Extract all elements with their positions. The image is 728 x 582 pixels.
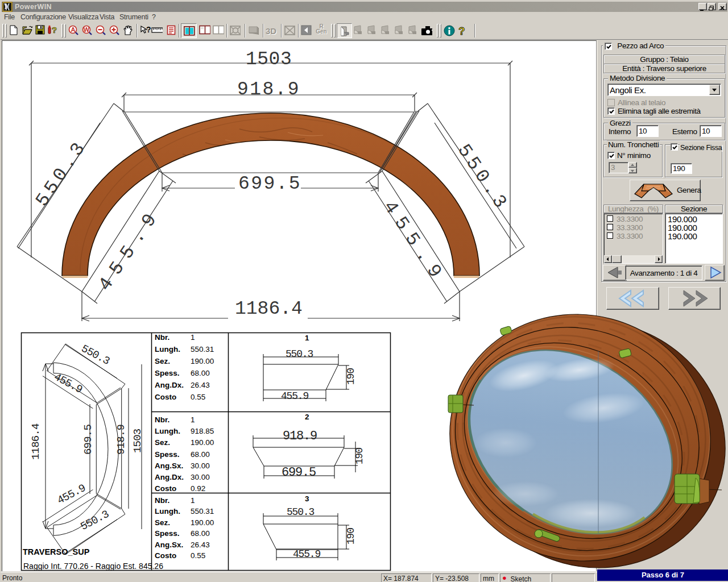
svg-text:26.43: 26.43 xyxy=(191,541,210,549)
svg-text:Ang.Sx.: Ang.Sx. xyxy=(155,541,183,549)
svg-text:68.00: 68.00 xyxy=(191,450,210,459)
svg-text:Lungh.: Lungh. xyxy=(155,427,180,435)
svg-text:550.31: 550.31 xyxy=(191,507,214,516)
svg-text:190: 190 xyxy=(354,448,365,464)
svg-text:0.92: 0.92 xyxy=(191,484,205,493)
svg-text:Sez.: Sez. xyxy=(155,438,170,447)
svg-text:Lungh.: Lungh. xyxy=(155,345,180,354)
svg-text:Lungh.: Lungh. xyxy=(155,507,180,516)
svg-text:1: 1 xyxy=(191,496,195,505)
svg-text:Nbr.: Nbr. xyxy=(155,496,169,505)
svg-text:1186.4: 1186.4 xyxy=(30,423,42,460)
svg-text:190.00: 190.00 xyxy=(191,357,214,365)
svg-text:0.55: 0.55 xyxy=(191,393,205,401)
svg-text:699.5: 699.5 xyxy=(82,425,94,455)
svg-text:Ang.Dx.: Ang.Dx. xyxy=(155,381,184,389)
svg-text:3: 3 xyxy=(305,494,309,503)
svg-text:2: 2 xyxy=(305,413,309,421)
svg-text:Ang.Dx.: Ang.Dx. xyxy=(155,473,184,481)
svg-text:550.3: 550.3 xyxy=(287,506,314,518)
svg-text:Ang.Sx.: Ang.Sx. xyxy=(155,462,183,470)
svg-text:Sez.: Sez. xyxy=(155,357,170,365)
svg-text:?: ? xyxy=(146,25,151,34)
svg-text:455.9: 455.9 xyxy=(281,390,308,402)
svg-text:Spess.: Spess. xyxy=(155,369,180,377)
svg-text:Spess.: Spess. xyxy=(155,450,180,459)
svg-text:1: 1 xyxy=(305,334,309,342)
svg-text:W: W xyxy=(84,26,90,33)
svg-text:Costo: Costo xyxy=(155,551,176,560)
svg-text:550.3: 550.3 xyxy=(32,136,92,211)
svg-text:1: 1 xyxy=(191,333,195,342)
svg-text:Nbr.: Nbr. xyxy=(155,415,169,424)
svg-text:918.85: 918.85 xyxy=(191,427,214,435)
svg-text:Costo: Costo xyxy=(155,484,176,493)
svg-text:1503: 1503 xyxy=(246,49,292,70)
svg-text:26.43: 26.43 xyxy=(191,381,210,389)
svg-text:918.9: 918.9 xyxy=(237,79,300,100)
svg-text:699.5: 699.5 xyxy=(282,465,316,480)
svg-text:190: 190 xyxy=(345,528,357,544)
svg-text:455.9: 455.9 xyxy=(293,548,320,560)
svg-text:1: 1 xyxy=(191,415,195,424)
svg-text:30.00: 30.00 xyxy=(191,473,210,481)
svg-text:Nbr.: Nbr. xyxy=(155,333,169,342)
svg-text:550.31: 550.31 xyxy=(191,345,214,354)
svg-text:Spess.: Spess. xyxy=(155,529,180,538)
svg-text:Sez.: Sez. xyxy=(155,518,170,527)
svg-text:TRAVERSO_SUP: TRAVERSO_SUP xyxy=(23,547,90,556)
svg-text:Costo: Costo xyxy=(155,393,176,401)
svg-text:1186.4: 1186.4 xyxy=(235,298,303,319)
svg-text:190: 190 xyxy=(345,368,357,385)
svg-text:?: ? xyxy=(458,25,465,36)
svg-text:30.00: 30.00 xyxy=(191,462,210,470)
svg-text:Raggio Int. 770.26 - Raggio Es: Raggio Int. 770.26 - Raggio Est. 845.26 xyxy=(23,562,163,571)
svg-text:?: ? xyxy=(52,25,57,35)
svg-text:550.3: 550.3 xyxy=(453,140,513,215)
svg-text:190.00: 190.00 xyxy=(191,518,214,527)
svg-text:699.5: 699.5 xyxy=(238,173,301,194)
svg-text:68.00: 68.00 xyxy=(191,369,210,377)
svg-text:190.00: 190.00 xyxy=(191,438,214,447)
svg-text:A: A xyxy=(71,26,76,33)
svg-text:0.55: 0.55 xyxy=(191,551,205,560)
svg-text:550.3: 550.3 xyxy=(286,348,313,360)
svg-text:1503: 1503 xyxy=(131,429,144,453)
svg-text:68.00: 68.00 xyxy=(191,529,210,538)
svg-text:918.9: 918.9 xyxy=(283,429,317,443)
svg-text:918.9: 918.9 xyxy=(115,425,127,455)
